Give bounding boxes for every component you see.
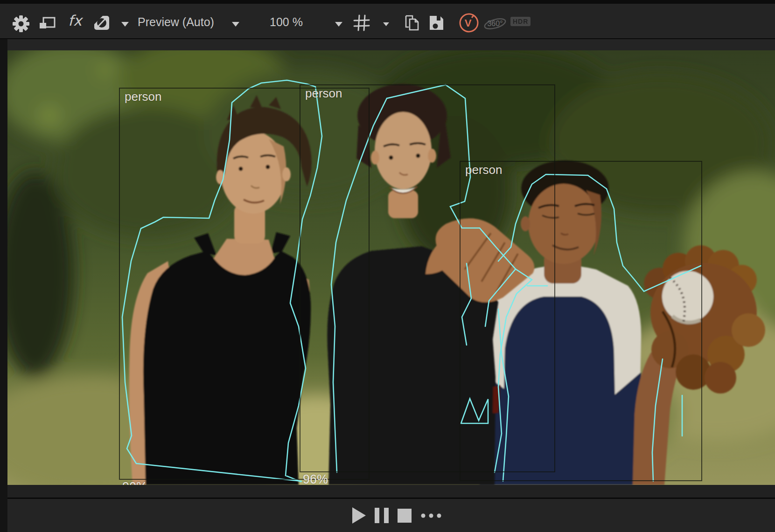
- preview-mode-selector[interactable]: Preview (Auto): [138, 15, 214, 29]
- mask-icon[interactable]: [93, 15, 110, 31]
- window-top-edge: [0, 0, 775, 4]
- detection-confidence: 96%: [303, 472, 328, 485]
- view-mode-dropdown-arrow[interactable]: [121, 22, 129, 27]
- detection-box-person-3[interactable]: person: [460, 161, 702, 481]
- viewer-top-gap: [0, 39, 775, 50]
- v-badge-icon[interactable]: V: [458, 12, 480, 34]
- video-preview-frame[interactable]: person 90% person 96% person: [7, 50, 775, 485]
- view-360-icon[interactable]: 360°: [482, 14, 509, 33]
- detection-confidence: 90%: [122, 480, 147, 485]
- play-button[interactable]: [352, 507, 366, 524]
- hdr-toggle-icon[interactable]: HDR: [510, 17, 531, 26]
- effects-fx-icon[interactable]: fx: [68, 12, 82, 29]
- preview-mode-dropdown-arrow[interactable]: [232, 22, 239, 27]
- svg-text:360°: 360°: [487, 20, 503, 28]
- zoom-level-value[interactable]: 100 %: [270, 15, 303, 29]
- detection-label: person: [125, 90, 162, 104]
- zoom-dropdown-arrow[interactable]: [335, 22, 342, 27]
- save-frame-icon[interactable]: [427, 14, 445, 32]
- transport-bar: [0, 499, 775, 532]
- viewer-bottom-strip: [0, 485, 775, 497]
- grid-overlay-icon[interactable]: [353, 14, 370, 32]
- settings-gear-icon[interactable]: [12, 15, 30, 33]
- video-preview-window: fx Preview (Auto) 100 %: [0, 0, 775, 532]
- snapshot-copy-icon[interactable]: [403, 14, 421, 32]
- layers-icon[interactable]: [38, 16, 56, 31]
- stop-button[interactable]: [398, 509, 412, 523]
- viewer-left-edge: [0, 39, 7, 532]
- grid-dropdown-arrow[interactable]: [383, 22, 389, 26]
- more-options-button[interactable]: [420, 513, 442, 518]
- preview-toolbar: fx Preview (Auto) 100 %: [0, 4, 775, 38]
- pause-button[interactable]: [375, 508, 389, 523]
- svg-text:V: V: [465, 17, 472, 29]
- detection-label: person: [305, 87, 342, 100]
- detection-label: person: [465, 163, 503, 177]
